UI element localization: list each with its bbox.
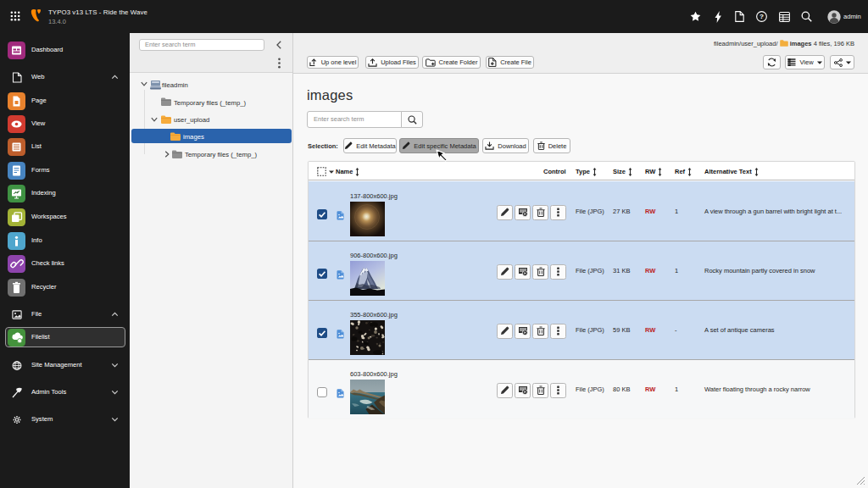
svg-text:?: ?: [760, 13, 764, 20]
